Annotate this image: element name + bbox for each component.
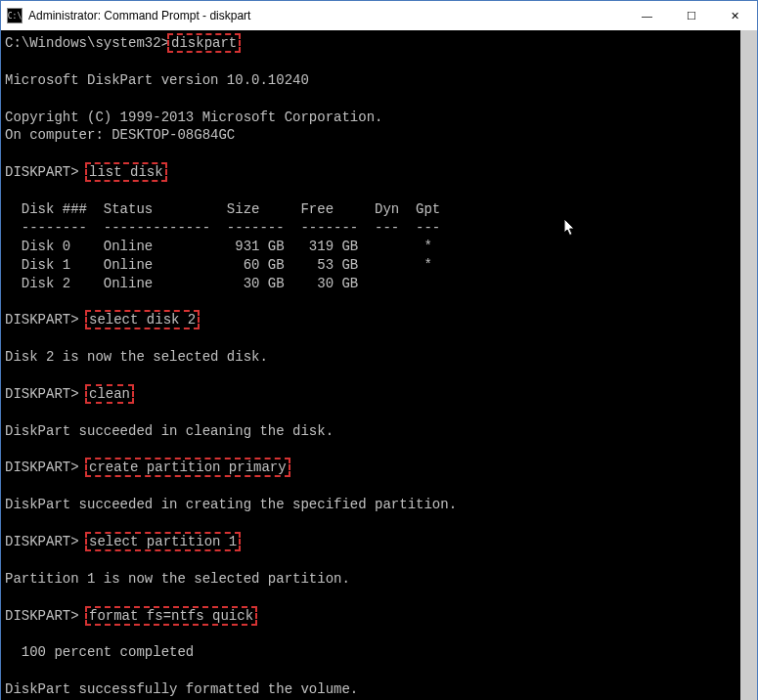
diskpart-prompt: DISKPART> — [5, 386, 87, 402]
diskpart-prompt: DISKPART> — [5, 608, 87, 624]
minimize-button[interactable]: — — [625, 1, 669, 30]
command-prompt-window: C:\ Administrator: Command Prompt - disk… — [0, 0, 758, 700]
titlebar[interactable]: C:\ Administrator: Command Prompt - disk… — [1, 1, 757, 30]
diskpart-prompt: DISKPART> — [5, 534, 87, 549]
cmd-select-disk: select disk 2 — [85, 310, 200, 329]
disk-table-divider: -------- ------------- ------- ------- -… — [5, 220, 440, 236]
app-icon: C:\ — [7, 8, 22, 23]
copyright-line: Copyright (C) 1999-2013 Microsoft Corpor… — [5, 109, 382, 125]
disk-selected-msg: Disk 2 is now the selected disk. — [5, 349, 268, 365]
disk-row-0: Disk 0 Online 931 GB 319 GB * — [5, 239, 432, 254]
terminal-area: C:\Windows\system32>diskpart Microsoft D… — [1, 30, 757, 700]
cmd-clean: clean — [85, 384, 134, 404]
close-button[interactable]: ✕ — [713, 1, 757, 30]
scrollbar-thumb[interactable] — [740, 30, 757, 700]
vertical-scrollbar[interactable] — [740, 30, 757, 700]
version-line: Microsoft DiskPart version 10.0.10240 — [5, 72, 309, 88]
cmd-diskpart: diskpart — [167, 33, 241, 53]
initial-prompt: C:\Windows\system32> — [5, 35, 169, 51]
diskpart-prompt: DISKPART> — [5, 312, 87, 328]
cmd-create-partition: create partition primary — [85, 458, 290, 477]
disk-table-header: Disk ### Status Size Free Dyn Gpt — [5, 201, 440, 217]
create-success-msg: DiskPart succeeded in creating the speci… — [5, 497, 457, 512]
mouse-cursor-icon — [564, 219, 577, 239]
format-progress-msg: 100 percent completed — [5, 644, 194, 660]
clean-success-msg: DiskPart succeeded in cleaning the disk. — [5, 423, 334, 439]
format-success-msg: DiskPart successfully formatted the volu… — [5, 681, 358, 697]
window-title: Administrator: Command Prompt - diskpart — [28, 9, 625, 22]
maximize-button[interactable]: ☐ — [669, 1, 713, 30]
cmd-format: format fs=ntfs quick — [85, 606, 257, 626]
cmd-list-disk: list disk — [85, 162, 167, 182]
partition-selected-msg: Partition 1 is now the selected partitio… — [5, 571, 350, 587]
disk-row-2: Disk 2 Online 30 GB 30 GB — [5, 276, 358, 291]
disk-row-1: Disk 1 Online 60 GB 53 GB * — [5, 257, 432, 273]
window-controls: — ☐ ✕ — [625, 1, 757, 30]
computer-line: On computer: DESKTOP-08G84GC — [5, 127, 235, 143]
diskpart-prompt: DISKPART> — [5, 164, 87, 180]
cmd-select-partition: select partition 1 — [85, 532, 241, 551]
terminal-output[interactable]: C:\Windows\system32>diskpart Microsoft D… — [1, 30, 740, 700]
diskpart-prompt: DISKPART> — [5, 459, 87, 475]
